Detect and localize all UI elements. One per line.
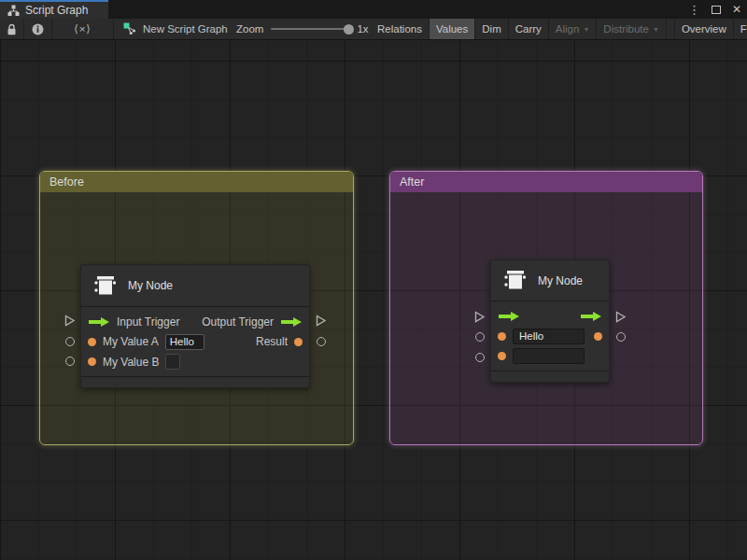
value-b-port[interactable]: My Value B: [88, 354, 180, 370]
node-footer: [81, 376, 309, 387]
overview-label: Overview: [682, 23, 726, 35]
value-port-dot: [594, 332, 602, 341]
outer-trigger-port[interactable]: [614, 311, 627, 323]
value-port-dot: [88, 338, 96, 346]
node-before-header[interactable]: My Node: [81, 265, 309, 307]
align-label: Align: [556, 23, 580, 35]
toolbar-gap: [667, 19, 675, 39]
outer-value-port[interactable]: [616, 332, 626, 342]
graph-canvas[interactable]: Before After My Node: [0, 40, 747, 560]
code-view-button[interactable]: ⟨×⟩: [52, 19, 114, 39]
node-row: [491, 346, 609, 367]
distribute-button[interactable]: Distribute ▼: [597, 19, 667, 39]
graph-title: New Script Graph: [123, 19, 228, 39]
input-trigger-port[interactable]: [498, 311, 520, 322]
port-label: Result: [256, 335, 288, 348]
value-a-port[interactable]: [498, 329, 585, 344]
value-a-port[interactable]: My Value A: [88, 334, 204, 350]
trigger-arrow-icon: [498, 311, 520, 322]
node-row: Input Trigger Output Trigger: [81, 312, 309, 332]
zoom-slider[interactable]: [271, 28, 349, 30]
value-a-field[interactable]: [513, 329, 585, 344]
carry-button[interactable]: Carry: [509, 19, 549, 39]
relations-button[interactable]: Relations: [371, 19, 430, 39]
align-button[interactable]: Align ▼: [549, 19, 598, 39]
port-label: Output Trigger: [202, 315, 274, 329]
window-controls: ⋮ ✕: [688, 0, 741, 19]
chevron-down-icon: ▼: [653, 26, 659, 33]
hierarchy-icon: [7, 5, 20, 16]
outer-value-port[interactable]: [317, 337, 326, 346]
group-after-label: After: [400, 175, 424, 189]
lock-icon: [7, 23, 17, 35]
graph-icon: [123, 22, 136, 35]
value-port-dot: [498, 332, 506, 341]
value-b-field[interactable]: [513, 348, 585, 364]
value-a-field[interactable]: [165, 334, 204, 350]
info-icon: [32, 23, 44, 35]
values-button[interactable]: Values: [430, 19, 475, 39]
relations-label: Relations: [377, 23, 422, 35]
script-graph-window: Script Graph ⋮ ✕: [0, 0, 747, 560]
outer-value-port[interactable]: [65, 357, 75, 366]
info-button[interactable]: [24, 19, 52, 39]
port-label: My Value A: [103, 335, 159, 348]
node-before-body: Input Trigger Output Trigger My Value A: [81, 307, 309, 376]
node-icon: [92, 273, 118, 299]
group-before-header[interactable]: Before: [40, 172, 353, 192]
trigger-arrow-icon: [280, 316, 303, 328]
node-footer: [491, 371, 609, 384]
node-before[interactable]: My Node Input Trigger Output Trigger: [80, 264, 310, 388]
group-after-header[interactable]: After: [390, 172, 702, 192]
tab-script-graph[interactable]: Script Graph: [0, 0, 108, 19]
outer-trigger-port[interactable]: [315, 315, 327, 327]
port-label: Input Trigger: [117, 315, 179, 329]
code-icon: ⟨×⟩: [74, 22, 92, 35]
node-after-title: My Node: [538, 274, 583, 287]
dim-label: Dim: [482, 23, 500, 35]
fullscreen-button[interactable]: Full Screen: [734, 19, 747, 39]
result-port[interactable]: Result: [256, 335, 303, 348]
tab-label: Script Graph: [25, 4, 88, 17]
outer-trigger-port[interactable]: [63, 315, 76, 327]
zoom-control: Zoom 1x: [236, 19, 369, 39]
value-b-field[interactable]: [165, 354, 180, 370]
trigger-arrow-icon: [88, 316, 110, 328]
output-trigger-port[interactable]: [580, 311, 602, 322]
node-after[interactable]: My Node: [490, 259, 610, 383]
values-label: Values: [436, 23, 468, 35]
input-trigger-port[interactable]: Input Trigger: [88, 315, 179, 329]
value-b-port[interactable]: [498, 348, 585, 364]
outer-value-port[interactable]: [475, 332, 485, 342]
chevron-down-icon: ▼: [583, 26, 589, 33]
fullscreen-label: Full Screen: [740, 23, 747, 35]
node-after-body: [491, 301, 609, 371]
node-row: [491, 327, 609, 347]
toolbar-buttons: Relations Values Dim Carry Align ▼ Distr…: [371, 19, 747, 39]
distribute-label: Distribute: [603, 23, 649, 35]
graph-name-label: New Script Graph: [143, 23, 228, 35]
carry-label: Carry: [515, 23, 542, 35]
zoom-value: 1x: [357, 23, 368, 35]
node-row: [491, 306, 609, 327]
toolbar: ⟨×⟩ New Script Graph Zoom 1x Relations: [0, 19, 747, 40]
outer-trigger-port[interactable]: [473, 311, 486, 323]
kebab-menu-icon[interactable]: ⋮: [688, 4, 700, 16]
outer-value-port[interactable]: [65, 337, 75, 346]
maximize-icon[interactable]: [712, 6, 721, 14]
outer-value-port[interactable]: [475, 353, 485, 362]
output-trigger-port[interactable]: Output Trigger: [202, 315, 303, 329]
lock-button[interactable]: [0, 19, 24, 39]
overview-button[interactable]: Overview: [675, 19, 734, 39]
node-row: My Value B: [81, 352, 309, 372]
value-port-dot: [294, 338, 303, 346]
trigger-arrow-icon: [580, 311, 602, 322]
group-before-label: Before: [49, 175, 84, 189]
node-after-header[interactable]: My Node: [491, 260, 609, 301]
value-port-dot: [88, 357, 96, 366]
result-port[interactable]: [594, 332, 602, 341]
close-icon[interactable]: ✕: [732, 4, 741, 15]
zoom-slider-handle[interactable]: [344, 24, 354, 35]
zoom-label: Zoom: [236, 23, 263, 35]
dim-button[interactable]: Dim: [475, 19, 508, 39]
